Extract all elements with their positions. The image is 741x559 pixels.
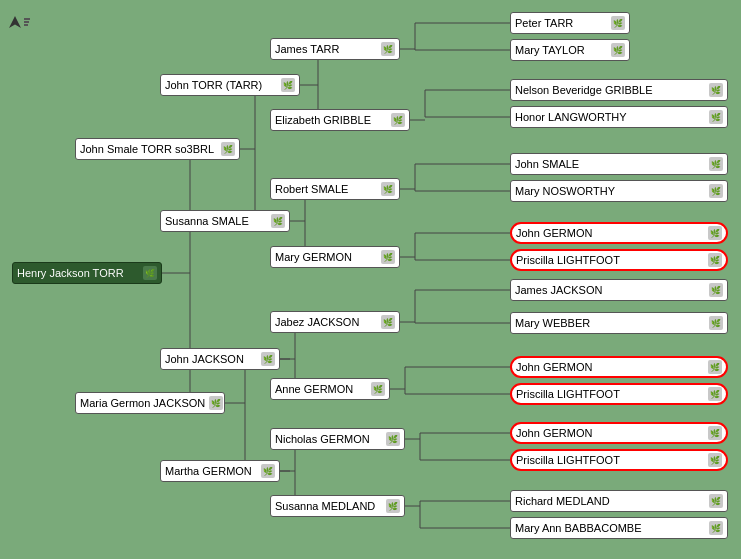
node-gen2-3[interactable]: John JACKSON 🌿 xyxy=(160,348,280,370)
node-label: James JACKSON xyxy=(515,284,602,296)
node-gen3-6[interactable]: Anne GERMON 🌿 xyxy=(270,378,390,400)
node-label: Elizabeth GRIBBLE xyxy=(275,114,371,126)
node-label: Mary NOSWORTHY xyxy=(515,185,615,197)
node-icon[interactable]: 🌿 xyxy=(709,316,723,330)
node-gen4-12[interactable]: Priscilla LIGHTFOOT 🌿 xyxy=(510,383,728,405)
node-gen4-10[interactable]: Mary WEBBER 🌿 xyxy=(510,312,728,334)
node-icon[interactable]: 🌿 xyxy=(381,315,395,329)
node-icon[interactable]: 🌿 xyxy=(386,432,400,446)
node-gen3-1[interactable]: James TARR 🌿 xyxy=(270,38,400,60)
node-icon[interactable]: 🌿 xyxy=(709,283,723,297)
node-icon[interactable]: 🌿 xyxy=(221,142,235,156)
node-icon[interactable]: 🌿 xyxy=(709,157,723,171)
node-icon[interactable]: 🌿 xyxy=(381,182,395,196)
node-label: Priscilla LIGHTFOOT xyxy=(516,254,620,266)
node-label: Martha GERMON xyxy=(165,465,252,477)
node-label: Mary TAYLOR xyxy=(515,44,585,56)
node-icon[interactable]: 🌿 xyxy=(611,16,625,30)
node-label: Richard MEDLAND xyxy=(515,495,610,507)
node-label: Peter TARR xyxy=(515,17,573,29)
node-icon[interactable]: 🌿 xyxy=(708,226,722,240)
node-icon[interactable]: 🌿 xyxy=(708,387,722,401)
node-gen3-3[interactable]: Robert SMALE 🌿 xyxy=(270,178,400,200)
node-label: Nelson Beveridge GRIBBLE xyxy=(515,84,653,96)
node-icon[interactable]: 🌿 xyxy=(708,253,722,267)
node-gen4-14[interactable]: Priscilla LIGHTFOOT 🌿 xyxy=(510,449,728,471)
node-gen3-2[interactable]: Elizabeth GRIBBLE 🌿 xyxy=(270,109,410,131)
node-gen4-5[interactable]: John SMALE 🌿 xyxy=(510,153,728,175)
node-icon[interactable]: 🌿 xyxy=(143,266,157,280)
node-label: John SMALE xyxy=(515,158,579,170)
node-icon[interactable]: 🌿 xyxy=(708,453,722,467)
node-gen3-7[interactable]: Nicholas GERMON 🌿 xyxy=(270,428,405,450)
node-label: John GERMON xyxy=(516,361,592,373)
node-icon[interactable]: 🌿 xyxy=(708,360,722,374)
node-label: Priscilla LIGHTFOOT xyxy=(516,454,620,466)
pedigree-chart: Henry Jackson TORR 🌿 John Smale TORR so3… xyxy=(0,0,741,559)
nav-controls xyxy=(8,8,48,36)
node-icon[interactable]: 🌿 xyxy=(709,83,723,97)
node-gen3-5[interactable]: Jabez JACKSON 🌿 xyxy=(270,311,400,333)
node-icon[interactable]: 🌿 xyxy=(381,42,395,56)
node-label: James TARR xyxy=(275,43,339,55)
node-label: Mary GERMON xyxy=(275,251,352,263)
node-icon[interactable]: 🌿 xyxy=(209,396,223,410)
node-gen4-11[interactable]: John GERMON 🌿 xyxy=(510,356,728,378)
node-gen2-2[interactable]: Susanna SMALE 🌿 xyxy=(160,210,290,232)
node-gen4-6[interactable]: Mary NOSWORTHY 🌿 xyxy=(510,180,728,202)
node-label: Mary WEBBER xyxy=(515,317,590,329)
node-root[interactable]: Henry Jackson TORR 🌿 xyxy=(12,262,162,284)
zoom-bar-3 xyxy=(24,24,28,26)
node-gen4-9[interactable]: James JACKSON 🌿 xyxy=(510,279,728,301)
node-icon[interactable]: 🌿 xyxy=(381,250,395,264)
node-icon[interactable]: 🌿 xyxy=(709,494,723,508)
node-label: Nicholas GERMON xyxy=(275,433,370,445)
zoom-bar-2 xyxy=(24,21,29,23)
node-label: John GERMON xyxy=(516,427,592,439)
node-gen4-16[interactable]: Mary Ann BABBACOMBE 🌿 xyxy=(510,517,728,539)
node-label: Honor LANGWORTHY xyxy=(515,111,627,123)
node-gen4-7[interactable]: John GERMON 🌿 xyxy=(510,222,728,244)
node-icon[interactable]: 🌿 xyxy=(391,113,405,127)
node-label: Jabez JACKSON xyxy=(275,316,359,328)
node-gen1-bot[interactable]: Maria Germon JACKSON 🌿 xyxy=(75,392,225,414)
node-label: Anne GERMON xyxy=(275,383,353,395)
node-icon[interactable]: 🌿 xyxy=(708,426,722,440)
node-label: John TORR (TARR) xyxy=(165,79,262,91)
node-gen4-13[interactable]: John GERMON 🌿 xyxy=(510,422,728,444)
node-label: John GERMON xyxy=(516,227,592,239)
node-icon[interactable]: 🌿 xyxy=(709,110,723,124)
node-gen2-4[interactable]: Martha GERMON 🌿 xyxy=(160,460,280,482)
node-icon[interactable]: 🌿 xyxy=(611,43,625,57)
zoom-bar-1 xyxy=(24,18,30,20)
node-label: Robert SMALE xyxy=(275,183,348,195)
node-label: Susanna SMALE xyxy=(165,215,249,227)
node-label: Henry Jackson TORR xyxy=(17,267,124,279)
node-gen3-8[interactable]: Susanna MEDLAND 🌿 xyxy=(270,495,405,517)
node-icon[interactable]: 🌿 xyxy=(386,499,400,513)
node-gen4-15[interactable]: Richard MEDLAND 🌿 xyxy=(510,490,728,512)
node-gen4-1[interactable]: Peter TARR 🌿 xyxy=(510,12,630,34)
node-label: John JACKSON xyxy=(165,353,244,365)
node-icon[interactable]: 🌿 xyxy=(709,184,723,198)
node-label: Susanna MEDLAND xyxy=(275,500,375,512)
node-icon[interactable]: 🌿 xyxy=(261,352,275,366)
node-icon[interactable]: 🌿 xyxy=(371,382,385,396)
compass-icon xyxy=(9,16,21,28)
node-icon[interactable]: 🌿 xyxy=(261,464,275,478)
node-label: John Smale TORR so3BRL xyxy=(80,143,214,155)
node-icon[interactable]: 🌿 xyxy=(271,214,285,228)
node-label: Maria Germon JACKSON xyxy=(80,397,205,409)
node-gen1-top[interactable]: John Smale TORR so3BRL 🌿 xyxy=(75,138,240,160)
zoom-controls xyxy=(24,18,30,26)
node-icon[interactable]: 🌿 xyxy=(709,521,723,535)
node-gen4-4[interactable]: Honor LANGWORTHY 🌿 xyxy=(510,106,728,128)
node-label: Mary Ann BABBACOMBE xyxy=(515,522,642,534)
node-gen4-8[interactable]: Priscilla LIGHTFOOT 🌿 xyxy=(510,249,728,271)
node-label: Priscilla LIGHTFOOT xyxy=(516,388,620,400)
node-gen4-3[interactable]: Nelson Beveridge GRIBBLE 🌿 xyxy=(510,79,728,101)
node-gen3-4[interactable]: Mary GERMON 🌿 xyxy=(270,246,400,268)
node-gen4-2[interactable]: Mary TAYLOR 🌿 xyxy=(510,39,630,61)
node-gen2-1[interactable]: John TORR (TARR) 🌿 xyxy=(160,74,300,96)
node-icon[interactable]: 🌿 xyxy=(281,78,295,92)
